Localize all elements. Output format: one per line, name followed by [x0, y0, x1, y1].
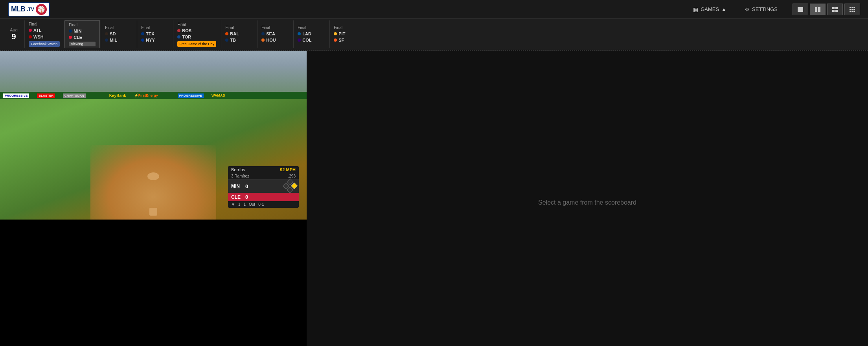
- game-status: Final: [69, 23, 96, 27]
- game-cell-sea-hou[interactable]: Final SEA HOU: [257, 20, 292, 48]
- away-team: LAD: [298, 31, 325, 37]
- away-team-dot: [261, 32, 265, 35]
- away-score-row: MIN 0: [228, 179, 299, 193]
- gear-icon: ⚙: [745, 6, 750, 13]
- video-wrapper: PROGRESSIVE BLASTER CRAFTSMAN KeyBank ⚡F…: [0, 51, 307, 220]
- view-mosaic-button[interactable]: [844, 4, 860, 15]
- date-day: 9: [11, 32, 16, 41]
- away-team-dot: [225, 32, 228, 35]
- logo-container: MLB .TV ⚾: [8, 2, 50, 16]
- home-abbr: HOU: [266, 37, 276, 44]
- away-team-dot: [105, 32, 108, 35]
- game-status: Final: [141, 26, 168, 30]
- away-abbr: SD: [110, 31, 116, 37]
- home-team-dot: [69, 36, 72, 39]
- home-team-dot: [298, 38, 301, 42]
- home-team: TOR: [177, 34, 216, 40]
- game-status: Final: [334, 26, 361, 30]
- wall-ads: PROGRESSIVE BLASTER CRAFTSMAN KeyBank ⚡F…: [0, 92, 307, 99]
- main-content: PROGRESSIVE BLASTER CRAFTSMAN KeyBank ⚡F…: [0, 51, 868, 346]
- grid-icon: ▦: [693, 6, 698, 13]
- inning-num: 1: [238, 202, 241, 207]
- home-team-dot: [334, 38, 337, 42]
- game-cell-tex-nyy[interactable]: Final TEX NYY: [137, 20, 172, 48]
- game-cell-bal-tb[interactable]: Final BAL TB: [221, 20, 256, 48]
- score-overlay: Berríos 92 MPH 3 Ramírez .298 MIN 0: [228, 166, 299, 208]
- home-team-dot: [225, 38, 228, 42]
- home-team: NYY: [141, 37, 168, 44]
- svg-rect-15: [853, 11, 855, 12]
- away-abbr: SEA: [266, 31, 275, 37]
- game-status: Final: [298, 26, 325, 30]
- away-team: MIN: [69, 28, 96, 35]
- svg-rect-9: [853, 7, 855, 8]
- inning-half: ▼: [231, 202, 235, 207]
- svg-rect-6: [835, 10, 838, 12]
- game-status: Final: [225, 26, 252, 30]
- svg-rect-10: [850, 9, 851, 10]
- top-nav: MLB .TV ⚾ ▦ GAMES ▲ ⚙ SETTINGS: [0, 0, 868, 19]
- settings-label: SETTINGS: [752, 6, 778, 12]
- outs-num: 1: [243, 202, 246, 207]
- home-plate-area: [149, 208, 157, 216]
- away-team-abbr: MIN: [231, 183, 243, 189]
- games-button[interactable]: ▦ GAMES ▲: [690, 5, 730, 14]
- home-team-dot: [261, 38, 265, 42]
- home-abbr: WSH: [33, 34, 44, 40]
- away-team: BAL: [225, 31, 252, 37]
- svg-rect-13: [850, 11, 851, 12]
- view-single-button[interactable]: [793, 4, 808, 15]
- game-cell-min-cle[interactable]: Final MIN CLE Viewing: [64, 20, 100, 48]
- away-abbr: BOS: [182, 27, 191, 34]
- away-team: SD: [105, 31, 132, 37]
- home-team: TB: [225, 37, 252, 44]
- video-panel[interactable]: PROGRESSIVE BLASTER CRAFTSMAN KeyBank ⚡F…: [0, 51, 307, 346]
- bases-display: [282, 178, 298, 194]
- svg-rect-14: [851, 11, 853, 12]
- game-status: Final: [177, 22, 216, 27]
- away-team-dot: [141, 32, 144, 35]
- crowd-area: [0, 51, 307, 98]
- game-cell-pit-sf[interactable]: Final PIT SF: [329, 20, 365, 48]
- away-abbr: ATL: [33, 27, 42, 34]
- svg-rect-8: [851, 7, 853, 8]
- away-abbr: TEX: [146, 31, 154, 37]
- nav-right: ▦ GAMES ▲ ⚙ SETTINGS: [690, 4, 860, 15]
- settings-button[interactable]: ⚙ SETTINGS: [741, 5, 781, 14]
- home-team-dot: [29, 35, 32, 38]
- svg-rect-5: [832, 10, 835, 12]
- select-game-text: Select a game from the scoreboard: [538, 199, 636, 206]
- away-team: SEA: [261, 31, 289, 37]
- game-cell-lad-col[interactable]: Final LAD COL: [293, 20, 329, 48]
- batter-info: 3 Ramírez .298: [228, 173, 299, 179]
- game-status: Final: [261, 26, 289, 30]
- svg-rect-3: [832, 7, 835, 9]
- batter-name: Ramírez: [234, 174, 249, 178]
- view-controls: [793, 4, 860, 15]
- away-team-dot: [69, 29, 72, 33]
- away-team-dot: [177, 29, 180, 32]
- home-team: COL: [298, 37, 325, 44]
- game-cell-sd-mil[interactable]: Final SD MIL: [101, 20, 136, 48]
- score-footer: ▼ 1 1 Out 0-1: [228, 201, 299, 208]
- away-abbr: LAD: [302, 31, 311, 37]
- svg-rect-0: [798, 7, 803, 12]
- mlb-logo-text: MLB: [11, 5, 25, 13]
- date-cell: Aug 9: [4, 20, 24, 48]
- home-abbr: NYY: [146, 37, 155, 44]
- home-abbr: SF: [338, 37, 344, 44]
- pitchers-mound: [147, 172, 159, 180]
- home-team: SF: [334, 37, 361, 44]
- game-cell-atl-wsh[interactable]: Final ATL WSH Facebook Watch: [24, 20, 64, 48]
- home-team: WSH: [29, 34, 60, 40]
- game-status: Final: [105, 26, 132, 30]
- pitcher-name: Berríos: [231, 167, 245, 172]
- mlb-logo: MLB .TV ⚾: [8, 2, 50, 16]
- view-double-button[interactable]: [810, 4, 826, 15]
- game-cell-bos-tor[interactable]: Final BOS TOR Free Game of the Day: [173, 20, 220, 48]
- svg-rect-4: [835, 7, 838, 9]
- view-quad-button[interactable]: [827, 4, 843, 15]
- home-score: 0: [245, 194, 253, 200]
- home-team: CLE: [69, 34, 96, 41]
- home-abbr: TOR: [182, 34, 191, 40]
